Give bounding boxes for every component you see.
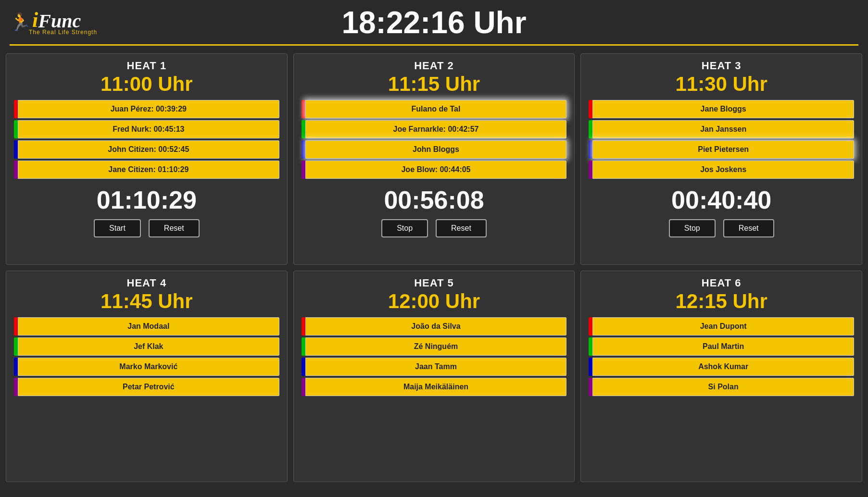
- list-item: Joe Farnarkle: 00:42:57: [305, 120, 567, 138]
- start-button[interactable]: Start: [94, 219, 141, 237]
- heat-scheduled-time-heat2: 11:15 Uhr: [388, 73, 480, 95]
- table-row: Zé Ninguém: [302, 337, 567, 356]
- table-row: Joe Blow: 00:44:05: [302, 161, 567, 179]
- list-item: Jan Modaal: [18, 317, 279, 335]
- heat-label-heat3: HEAT 3: [702, 60, 742, 72]
- timer-heat3: 00:40:40: [671, 186, 771, 214]
- heat-scheduled-time-heat5: 12:00 Uhr: [388, 290, 480, 312]
- table-row: Jan Modaal: [14, 317, 279, 335]
- heat-label-heat4: HEAT 4: [127, 277, 167, 289]
- list-item: Jan Janssen: [592, 120, 854, 138]
- color-bar-red: [589, 317, 592, 335]
- list-item: Marko Marković: [18, 358, 279, 376]
- color-bar-green: [302, 337, 305, 356]
- list-item: Jos Joskens: [592, 161, 854, 179]
- participants-heat1: Juan Pérez: 00:39:29Fred Nurk: 00:45:13J…: [14, 100, 279, 179]
- color-bar-red: [302, 100, 305, 118]
- color-bar-purple: [302, 161, 305, 179]
- table-row: Jane Citizen: 01:10:29: [14, 161, 279, 179]
- color-bar-green: [14, 337, 18, 356]
- list-item: Jaan Tamm: [305, 358, 567, 376]
- color-bar-red: [14, 317, 18, 335]
- color-bar-blue: [302, 358, 305, 376]
- list-item: Maija Meikäläinen: [305, 378, 567, 396]
- participants-heat2: Fulano de TalJoe Farnarkle: 00:42:57John…: [302, 100, 567, 179]
- btn-row-heat3: StopReset: [669, 219, 774, 237]
- table-row: Ashok Kumar: [589, 358, 854, 376]
- list-item: Jane Citizen: 01:10:29: [18, 161, 279, 179]
- color-bar-red: [589, 100, 592, 118]
- list-item: Fred Nurk: 00:45:13: [18, 120, 279, 138]
- table-row: John Citizen: 00:52:45: [14, 140, 279, 159]
- table-row: Jos Joskens: [589, 161, 854, 179]
- color-bar-purple: [14, 378, 18, 396]
- table-row: Joe Farnarkle: 00:42:57: [302, 120, 567, 138]
- participants-heat6: Jean DupontPaul MartinAshok KumarSi Pola…: [589, 317, 854, 396]
- list-item: João da Silva: [305, 317, 567, 335]
- list-item: Paul Martin: [592, 337, 854, 356]
- participants-heat3: Jane BloggsJan JanssenPiet PietersenJos …: [589, 100, 854, 179]
- heat-card-heat1: HEAT 111:00 UhrJuan Pérez: 00:39:29Fred …: [6, 53, 288, 265]
- heat-scheduled-time-heat4: 11:45 Uhr: [101, 290, 192, 312]
- table-row: João da Silva: [302, 317, 567, 335]
- table-row: Jane Bloggs: [589, 100, 854, 118]
- logo-tagline: The Real Life Strength: [29, 29, 97, 36]
- heat-grid: HEAT 111:00 UhrJuan Pérez: 00:39:29Fred …: [0, 46, 868, 490]
- color-bar-blue: [14, 358, 18, 376]
- list-item: Ashok Kumar: [592, 358, 854, 376]
- color-bar-red: [302, 317, 305, 335]
- reset-button[interactable]: Reset: [149, 219, 200, 237]
- heat-label-heat1: HEAT 1: [127, 60, 167, 72]
- stop-button[interactable]: Stop: [381, 219, 428, 237]
- heat-label-heat5: HEAT 5: [414, 277, 454, 289]
- color-bar-purple: [14, 161, 18, 179]
- list-item: Joe Blow: 00:44:05: [305, 161, 567, 179]
- heat-card-heat5: HEAT 512:00 UhrJoão da SilvaZé NinguémJa…: [293, 271, 575, 482]
- list-item: Piet Pietersen: [592, 140, 854, 159]
- participants-heat4: Jan ModaalJef KlakMarko MarkovićPetar Pe…: [14, 317, 279, 396]
- list-item: John Bloggs: [305, 140, 567, 159]
- color-bar-green: [302, 120, 305, 138]
- color-bar-blue: [589, 358, 592, 376]
- stop-button[interactable]: Stop: [669, 219, 716, 237]
- logo-i: i: [32, 10, 38, 31]
- color-bar-blue: [589, 140, 592, 159]
- list-item: Petar Petrović: [18, 378, 279, 396]
- logo-func: Func: [38, 12, 81, 31]
- list-item: Jef Klak: [18, 337, 279, 356]
- list-item: Jane Bloggs: [592, 100, 854, 118]
- list-item: Zé Ninguém: [305, 337, 567, 356]
- color-bar-red: [14, 100, 18, 118]
- table-row: Jaan Tamm: [302, 358, 567, 376]
- participants-heat5: João da SilvaZé NinguémJaan TammMaija Me…: [302, 317, 567, 396]
- table-row: Si Polan: [589, 378, 854, 396]
- logo-area: 🏃 i Func The Real Life Strength: [10, 10, 115, 36]
- btn-row-heat2: StopReset: [381, 219, 487, 237]
- table-row: Maija Meikäläinen: [302, 378, 567, 396]
- heat-card-heat3: HEAT 311:30 UhrJane BloggsJan JanssenPie…: [580, 53, 862, 265]
- table-row: John Bloggs: [302, 140, 567, 159]
- heat-scheduled-time-heat6: 12:15 Uhr: [675, 290, 767, 312]
- color-bar-green: [589, 337, 592, 356]
- heat-card-heat6: HEAT 612:15 UhrJean DupontPaul MartinAsh…: [580, 271, 862, 482]
- table-row: Piet Pietersen: [589, 140, 854, 159]
- heat-card-heat4: HEAT 411:45 UhrJan ModaalJef KlakMarko M…: [6, 271, 288, 482]
- color-bar-blue: [302, 140, 305, 159]
- reset-button[interactable]: Reset: [723, 219, 774, 237]
- timer-heat1: 01:10:29: [97, 186, 197, 214]
- table-row: Paul Martin: [589, 337, 854, 356]
- reset-button[interactable]: Reset: [436, 219, 487, 237]
- heat-scheduled-time-heat3: 11:30 Uhr: [675, 73, 767, 95]
- heat-label-heat2: HEAT 2: [414, 60, 454, 72]
- table-row: Jan Janssen: [589, 120, 854, 138]
- table-row: Jean Dupont: [589, 317, 854, 335]
- table-row: Jef Klak: [14, 337, 279, 356]
- color-bar-green: [589, 120, 592, 138]
- heat-label-heat6: HEAT 6: [702, 277, 742, 289]
- current-time: 18:22:16 Uhr: [115, 5, 753, 40]
- table-row: Marko Marković: [14, 358, 279, 376]
- color-bar-purple: [302, 378, 305, 396]
- list-item: John Citizen: 00:52:45: [18, 140, 279, 159]
- logo-person-icon: 🏃: [10, 13, 31, 31]
- table-row: Juan Pérez: 00:39:29: [14, 100, 279, 118]
